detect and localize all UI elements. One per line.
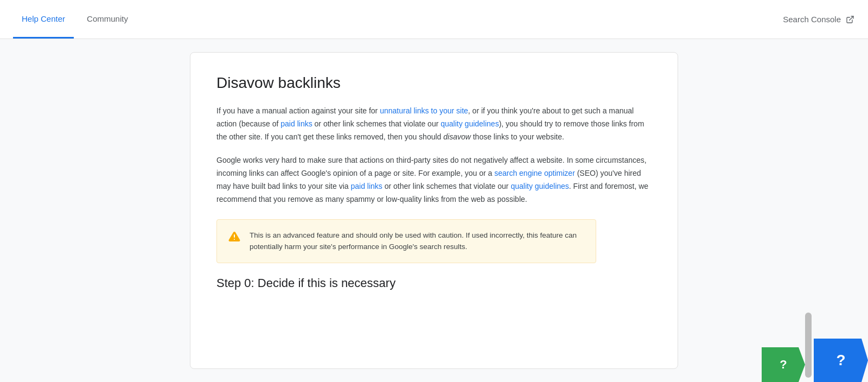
link-paid-links-2[interactable]: paid links [350,182,382,190]
tab-community-label: Community [87,14,128,23]
external-link-icon [845,15,855,24]
para1-text-before-link1: If you have a manual action against your… [216,106,380,115]
svg-point-2 [234,239,235,240]
link-seo[interactable]: search engine optimizer [494,169,575,177]
header: Help Center Community Search Console [0,0,868,39]
search-console-label: Search Console [783,15,841,24]
float-buttons-area: ? ? [762,313,868,382]
warning-icon [228,230,241,243]
para2-between2-3: or other link schemes that violate our [382,182,511,190]
scroll-bar [805,313,812,378]
warning-text: This is an advanced feature and should o… [250,230,585,253]
float-blue-label: ? [836,352,845,369]
warning-box: This is an advanced feature and should o… [216,219,596,263]
para1-between2-3: or other link schemes that violate our [312,119,441,128]
nav-tabs: Help Center Community [13,0,137,39]
float-green-label: ? [780,358,787,372]
link-paid-links-1[interactable]: paid links [280,119,312,128]
content-card: Disavow backlinks If you have a manual a… [190,52,678,369]
float-blue-button[interactable]: ? [814,339,868,382]
step-0-heading: Step 0: Decide if this is necessary [216,276,652,290]
tab-help-center-label: Help Center [22,14,65,23]
tab-help-center[interactable]: Help Center [13,0,74,39]
search-console-link[interactable]: Search Console [783,15,855,24]
page-title: Disavow backlinks [216,74,652,92]
link-quality-guidelines-2[interactable]: quality guidelines [510,182,569,190]
para1-end: those links to your website. [471,132,564,141]
float-green-button[interactable]: ? [762,347,805,382]
svg-line-0 [850,16,853,20]
link-unnatural-links[interactable]: unnatural links to your site [380,106,468,115]
paragraph-1: If you have a manual action against your… [216,105,652,143]
paragraph-2: Google works very hard to make sure that… [216,154,652,206]
main-content: Disavow backlinks If you have a manual a… [0,39,868,382]
para1-italic: disavow [443,132,471,141]
tab-community[interactable]: Community [78,0,137,39]
link-quality-guidelines-1[interactable]: quality guidelines [441,119,499,128]
